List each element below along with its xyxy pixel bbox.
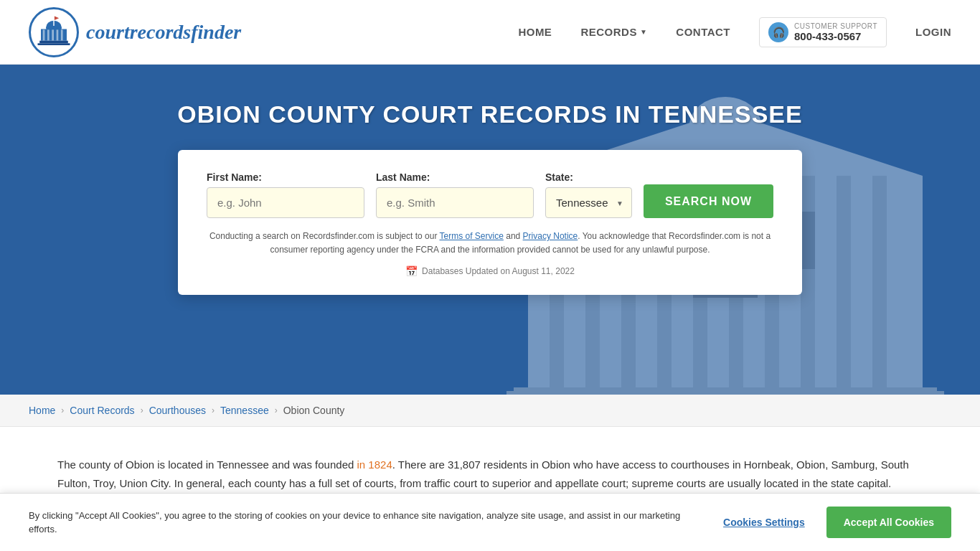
search-card: First Name: Last Name: State: Tennessee …: [178, 150, 802, 295]
svg-rect-7: [61, 29, 63, 40]
main-nav: HOME RECORDS ▼ CONTACT 🎧 CUSTOMER SUPPOR…: [518, 17, 951, 47]
breadcrumb-home[interactable]: Home: [29, 405, 55, 416]
svg-rect-4: [47, 29, 50, 40]
last-name-label: Last Name:: [376, 171, 534, 183]
breadcrumb-bar: Home › Court Records › Courthouses › Ten…: [0, 395, 980, 427]
breadcrumb-court-records[interactable]: Court Records: [70, 405, 134, 416]
state-label: State:: [545, 171, 632, 183]
calendar-icon: 📅: [405, 265, 418, 277]
last-name-group: Last Name:: [376, 171, 534, 218]
terms-link[interactable]: Terms of Service: [440, 231, 504, 241]
search-now-button[interactable]: SEARCH NOW: [644, 184, 773, 218]
state-wrapper: Tennessee Alabama Alaska Arizona Arkansa…: [545, 187, 632, 218]
breadcrumb: Home › Court Records › Courthouses › Ten…: [29, 405, 951, 416]
svg-rect-8: [39, 40, 68, 43]
nav-login[interactable]: LOGIN: [915, 26, 951, 38]
svg-rect-3: [43, 29, 45, 40]
search-fields: First Name: Last Name: State: Tennessee …: [207, 171, 773, 218]
logo-icon: [29, 7, 79, 57]
customer-support-box: 🎧 CUSTOMER SUPPORT 800-433-0567: [759, 17, 887, 47]
site-header: courtrecordsfinder HOME RECORDS ▼ CONTAC…: [0, 0, 980, 65]
hero-section: OBION COUNTY COURT RECORDS IN TENNESSEE …: [0, 65, 980, 395]
svg-rect-9: [38, 43, 70, 45]
cookie-settings-button[interactable]: Cookies Settings: [723, 517, 805, 528]
nav-records[interactable]: RECORDS ▼: [580, 26, 647, 38]
svg-rect-24: [837, 176, 851, 391]
last-name-input[interactable]: [376, 187, 534, 218]
state-group: State: Tennessee Alabama Alaska Arizona …: [545, 171, 632, 218]
breadcrumb-sep-2: ›: [141, 405, 143, 415]
cookie-text: By clicking "Accept All Cookies", you ag…: [29, 509, 702, 537]
svg-rect-30: [507, 391, 944, 395]
chevron-down-icon: ▼: [640, 28, 647, 36]
nav-contact[interactable]: CONTACT: [676, 26, 730, 38]
privacy-link[interactable]: Privacy Notice: [523, 231, 578, 241]
cookie-banner: By clicking "Accept All Cookies", you ag…: [0, 493, 980, 551]
first-name-label: First Name:: [207, 171, 364, 183]
first-name-input[interactable]: [207, 187, 364, 218]
logo-text: courtrecordsfinder: [86, 21, 241, 44]
svg-rect-10: [53, 16, 55, 26]
svg-rect-1: [46, 27, 62, 29]
breadcrumb-courthouses[interactable]: Courthouses: [149, 405, 206, 416]
first-name-group: First Name:: [207, 171, 364, 218]
hero-content: OBION COUNTY COURT RECORDS IN TENNESSEE …: [167, 100, 813, 295]
logo-link[interactable]: courtrecordsfinder: [29, 7, 241, 57]
cookie-accept-button[interactable]: Accept All Cookies: [826, 507, 951, 538]
db-updated: 📅 Databases Updated on August 11, 2022: [207, 265, 773, 277]
breadcrumb-tennessee[interactable]: Tennessee: [220, 405, 269, 416]
svg-rect-25: [872, 176, 887, 391]
breadcrumb-sep-1: ›: [61, 405, 64, 415]
nav-home[interactable]: HOME: [518, 26, 552, 38]
disclaimer-text: Conducting a search on Recordsfinder.com…: [207, 230, 773, 257]
breadcrumb-sep-4: ›: [275, 405, 278, 415]
breadcrumb-current: Obion County: [283, 405, 345, 416]
svg-marker-11: [55, 16, 59, 19]
state-select[interactable]: Tennessee Alabama Alaska Arizona Arkansa…: [545, 187, 632, 218]
svg-rect-6: [57, 29, 59, 40]
page-title: OBION COUNTY COURT RECORDS IN TENNESSEE: [177, 100, 802, 128]
svg-rect-5: [52, 29, 54, 40]
support-text: CUSTOMER SUPPORT 800-433-0567: [794, 22, 877, 42]
headset-icon: 🎧: [768, 22, 788, 42]
breadcrumb-sep-3: ›: [212, 405, 215, 415]
